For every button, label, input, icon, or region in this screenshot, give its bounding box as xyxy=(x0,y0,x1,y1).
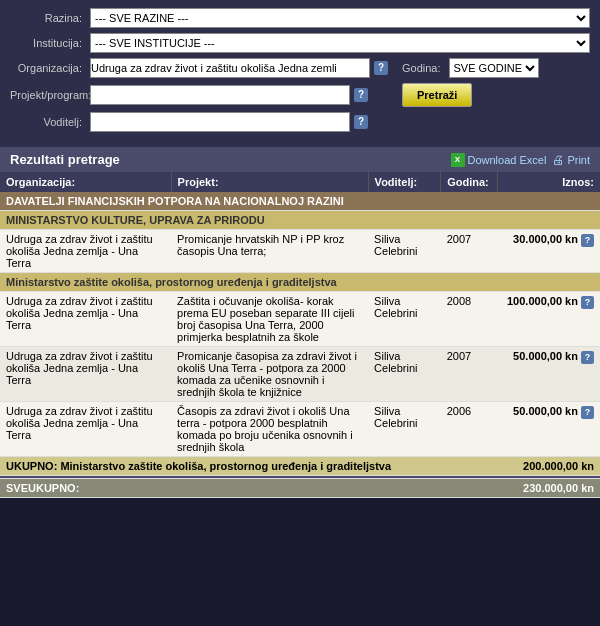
organizacija-row: Organizacija: ? Godina: SVE GODINE xyxy=(10,58,590,78)
table-row: Udruga za zdrav život i zaštitu okoliša … xyxy=(0,292,600,347)
voditelj-input[interactable] xyxy=(90,112,350,132)
organizacija-control: ? Godina: SVE GODINE xyxy=(90,58,590,78)
cell-iznos-2: 100.000,00 kn ? xyxy=(497,292,600,347)
cell-org-1: Udruga za zdrav život i zaštitu okoliša … xyxy=(0,230,171,273)
subtotal-row: UKUPNO: Ministarstvo zaštite okoliša, pr… xyxy=(0,457,600,476)
subtotal-label: UKUPNO: Ministarstvo zaštite okoliša, pr… xyxy=(0,457,497,476)
cell-iznos-1: 30.000,00 kn ? xyxy=(497,230,600,273)
col-header-organizacija: Organizacija: xyxy=(0,172,171,192)
table-row: Udruga za zdrav život i zaštitu okoliša … xyxy=(0,402,600,457)
organizacija-help-icon[interactable]: ? xyxy=(374,61,388,75)
voditelj-control: ? xyxy=(90,112,590,132)
group-national-header: DAVATELJI FINANCIJSKIH POTPORA NA NACION… xyxy=(0,192,600,211)
voditelj-label: Voditelj: xyxy=(10,116,90,128)
godina-select[interactable]: SVE GODINE xyxy=(449,58,539,78)
row-help-icon-1[interactable]: ? xyxy=(581,234,594,247)
print-label: Print xyxy=(567,154,590,166)
group-national-row: DAVATELJI FINANCIJSKIH POTPORA NA NACION… xyxy=(0,192,600,211)
cell-projekt-2: Zaštita i očuvanje okoliša- korak prema … xyxy=(171,292,368,347)
search-button[interactable]: Pretraži xyxy=(402,83,472,107)
col-header-voditelj: Voditelj: xyxy=(368,172,441,192)
print-icon: 🖨 xyxy=(552,153,564,167)
download-excel-link[interactable]: X Download Excel xyxy=(451,153,547,167)
row-help-icon-4[interactable]: ? xyxy=(581,406,594,419)
cell-org-3: Udruga za zdrav život i zaštitu okoliša … xyxy=(0,347,171,402)
cell-org-2: Udruga za zdrav život i zaštitu okoliša … xyxy=(0,292,171,347)
print-link[interactable]: 🖨 Print xyxy=(552,153,590,167)
godina-label: Godina: xyxy=(402,62,441,74)
cell-org-4: Udruga za zdrav život i zaštitu okoliša … xyxy=(0,402,171,457)
cell-voditelj-3: Siliva Celebrini xyxy=(368,347,441,402)
results-table: Organizacija: Projekt: Voditelj: Godina:… xyxy=(0,172,600,498)
group-ministry2-header: Ministarstvo zaštite okoliša, prostornog… xyxy=(0,273,600,292)
projekt-row: Projekt/program: ? Pretraži xyxy=(10,83,590,107)
institucija-row: Institucija: --- SVE INSTITUCIJE --- xyxy=(10,33,590,53)
institucija-control: --- SVE INSTITUCIJE --- xyxy=(90,33,590,53)
razina-select[interactable]: --- SVE RAZINE --- xyxy=(90,8,590,28)
col-header-iznos: Iznos: xyxy=(497,172,600,192)
cell-voditelj-4: Siliva Celebrini xyxy=(368,402,441,457)
institucija-label: Institucija: xyxy=(10,37,90,49)
table-header-row: Organizacija: Projekt: Voditelj: Godina:… xyxy=(0,172,600,192)
form-area: Razina: --- SVE RAZINE --- Institucija: … xyxy=(0,0,600,147)
cell-voditelj-2: Siliva Celebrini xyxy=(368,292,441,347)
results-actions: X Download Excel 🖨 Print xyxy=(451,153,591,167)
total-iznos: 230.000,00 kn xyxy=(497,479,600,498)
organizacija-input[interactable] xyxy=(90,58,370,78)
cell-voditelj-1: Siliva Celebrini xyxy=(368,230,441,273)
row-help-icon-2[interactable]: ? xyxy=(581,296,594,309)
organizacija-label: Organizacija: xyxy=(10,62,90,74)
cell-godina-1: 2007 xyxy=(441,230,498,273)
cell-iznos-3: 50.000,00 kn ? xyxy=(497,347,600,402)
razina-row: Razina: --- SVE RAZINE --- xyxy=(10,8,590,28)
group-ministry2-row: Ministarstvo zaštite okoliša, prostornog… xyxy=(0,273,600,292)
cell-projekt-4: Časopis za zdravi život i okoliš Una ter… xyxy=(171,402,368,457)
total-row: SVEUKUPNO: 230.000,00 kn xyxy=(0,479,600,498)
col-header-godina: Godina: xyxy=(441,172,498,192)
razina-control: --- SVE RAZINE --- xyxy=(90,8,590,28)
group-ministry1-row: MINISTARSTVO KULTURE, UPRAVA ZA PRIRODU xyxy=(0,211,600,230)
group-ministry1-header: MINISTARSTVO KULTURE, UPRAVA ZA PRIRODU xyxy=(0,211,600,230)
row-help-icon-3[interactable]: ? xyxy=(581,351,594,364)
cell-projekt-3: Promicanje časopisa za zdravi život i ok… xyxy=(171,347,368,402)
projekt-help-icon[interactable]: ? xyxy=(354,88,368,102)
results-title: Rezultati pretrage xyxy=(10,152,120,167)
col-header-projekt: Projekt: xyxy=(171,172,368,192)
download-excel-label: Download Excel xyxy=(468,154,547,166)
projekt-label: Projekt/program: xyxy=(10,89,90,101)
cell-projekt-1: Promicanje hrvatskih NP i PP kroz časopi… xyxy=(171,230,368,273)
results-section: Rezultati pretrage X Download Excel 🖨 Pr… xyxy=(0,147,600,498)
voditelj-row: Voditelj: ? xyxy=(10,112,590,132)
institucija-select[interactable]: --- SVE INSTITUCIJE --- xyxy=(90,33,590,53)
cell-iznos-4: 50.000,00 kn ? xyxy=(497,402,600,457)
projekt-control: ? Pretraži xyxy=(90,83,590,107)
voditelj-help-icon[interactable]: ? xyxy=(354,115,368,129)
table-row: Udruga za zdrav život i zaštitu okoliša … xyxy=(0,230,600,273)
cell-godina-3: 2007 xyxy=(441,347,498,402)
razina-label: Razina: xyxy=(10,12,90,24)
cell-godina-4: 2006 xyxy=(441,402,498,457)
total-label: SVEUKUPNO: xyxy=(0,479,497,498)
results-header: Rezultati pretrage X Download Excel 🖨 Pr… xyxy=(0,147,600,172)
table-row: Udruga za zdrav život i zaštitu okoliša … xyxy=(0,347,600,402)
excel-icon: X xyxy=(451,153,465,167)
projekt-input[interactable] xyxy=(90,85,350,105)
subtotal-iznos: 200.000,00 kn xyxy=(497,457,600,476)
cell-godina-2: 2008 xyxy=(441,292,498,347)
